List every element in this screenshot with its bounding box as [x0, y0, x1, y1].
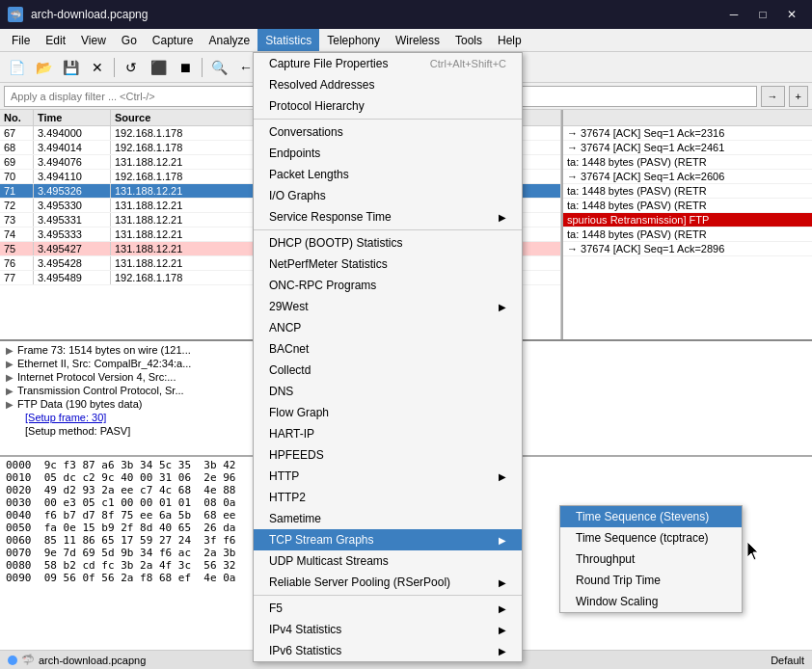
submenu-round-trip-time[interactable]: Round Trip Time — [560, 570, 742, 591]
minimize-button[interactable]: ─ — [721, 5, 746, 24]
app-icon: 🦈 — [8, 7, 23, 22]
maximize-button[interactable]: □ — [750, 5, 775, 24]
menu-ancp[interactable]: ANCP — [254, 317, 522, 338]
menu-ipv6-stats[interactable]: IPv6 Statistics ▶ — [254, 640, 522, 661]
filter-add-button[interactable]: + — [789, 86, 808, 107]
status-icon-shark: 🦈 — [21, 654, 35, 666]
right-panel-row: spurious Retransmission] FTP — [563, 213, 812, 227]
right-panel-header — [563, 110, 812, 126]
toolbar-open[interactable]: 📂 — [31, 55, 56, 80]
menu-collectd[interactable]: Collectd — [254, 360, 522, 381]
menu-netperfmeter[interactable]: NetPerfMeter Statistics — [254, 254, 522, 275]
title-bar-controls: ─ □ ✕ — [721, 5, 804, 24]
menu-ipv4-stats[interactable]: IPv4 Statistics ▶ — [254, 619, 522, 640]
tcp-stream-submenu: Time Sequence (Stevens) Time Sequence (t… — [559, 505, 743, 613]
menu-analyze[interactable]: Analyze — [202, 29, 258, 51]
toolbar-save[interactable]: 💾 — [58, 55, 83, 80]
menu-io-graphs[interactable]: I/O Graphs — [254, 185, 522, 206]
close-button[interactable]: ✕ — [779, 5, 804, 24]
menu-f5[interactable]: F5 ▶ — [254, 598, 522, 619]
status-profile: Default — [771, 655, 804, 666]
right-panel-row: ta: 1448 bytes (PASV) (RETR — [563, 155, 812, 170]
toolbar-sep-2 — [202, 58, 203, 77]
menu-sametime[interactable]: Sametime — [254, 508, 522, 529]
menu-tools[interactable]: Tools — [447, 29, 490, 51]
col-header-time: Time — [34, 110, 111, 125]
menu-tcp-stream-graphs[interactable]: TCP Stream Graphs ▶ — [254, 529, 522, 550]
menu-view[interactable]: View — [73, 29, 114, 51]
menu-sep-1 — [254, 119, 522, 120]
menu-bacnet[interactable]: BACnet — [254, 338, 522, 360]
menu-packet-lengths[interactable]: Packet Lengths — [254, 164, 522, 185]
menu-sep-2 — [254, 229, 522, 230]
menu-sep-3 — [254, 595, 522, 596]
menu-endpoints[interactable]: Endpoints — [254, 143, 522, 164]
menu-service-response-time[interactable]: Service Response Time ▶ — [254, 206, 522, 227]
toolbar-close[interactable]: ✕ — [85, 55, 110, 80]
right-panel-row: ta: 1448 bytes (PASV) (RETR — [563, 184, 812, 199]
menu-flow-graph[interactable]: Flow Graph — [254, 402, 522, 423]
statistics-menu: Capture File Properties Ctrl+Alt+Shift+C… — [253, 52, 523, 662]
menu-resolved-addresses[interactable]: Resolved Addresses — [254, 74, 522, 95]
submenu-window-scaling[interactable]: Window Scaling — [560, 591, 742, 612]
menu-dhcp[interactable]: DHCP (BOOTP) Statistics — [254, 232, 522, 254]
right-panel: → 37674 [ACK] Seq=1 Ack=2316→ 37674 [ACK… — [561, 110, 812, 339]
menu-capture-file-props[interactable]: Capture File Properties Ctrl+Alt+Shift+C — [254, 53, 522, 74]
right-panel-rows: → 37674 [ACK] Seq=1 Ack=2316→ 37674 [ACK… — [563, 126, 812, 256]
filter-apply-button[interactable]: → — [761, 86, 785, 107]
submenu-time-seq-stevens[interactable]: Time Sequence (Stevens) — [560, 506, 742, 527]
menu-telephony[interactable]: Telephony — [319, 29, 388, 51]
menu-help[interactable]: Help — [490, 29, 529, 51]
submenu-throughput[interactable]: Throughput — [560, 549, 742, 570]
menu-rserpool[interactable]: Reliable Server Pooling (RSerPool) ▶ — [254, 572, 522, 593]
menu-go[interactable]: Go — [114, 29, 145, 51]
submenu-time-seq-tcptrace[interactable]: Time Sequence (tcptrace) — [560, 527, 742, 549]
menu-udp-multicast[interactable]: UDP Multicast Streams — [254, 550, 522, 572]
menu-onc-rpc[interactable]: ONC-RPC Programs — [254, 275, 522, 296]
menu-capture[interactable]: Capture — [145, 29, 202, 51]
menu-hpfeeds[interactable]: HPFEEDS — [254, 444, 522, 466]
right-panel-row: ta: 1448 bytes (PASV) (RETR — [563, 227, 812, 242]
status-file: 🦈 arch-download.pcapng — [8, 654, 146, 666]
menu-edit[interactable]: Edit — [38, 29, 73, 51]
menu-http[interactable]: HTTP ▶ — [254, 466, 522, 487]
right-panel-row: → 37674 [ACK] Seq=1 Ack=2606 — [563, 170, 812, 184]
toolbar-sep-1 — [114, 58, 115, 77]
title-bar: 🦈 arch-download.pcapng ─ □ ✕ — [0, 0, 812, 29]
menu-dns[interactable]: DNS — [254, 381, 522, 402]
menu-file[interactable]: File — [4, 29, 38, 51]
menu-hart-ip[interactable]: HART-IP — [254, 423, 522, 444]
menu-protocol-hierarchy[interactable]: Protocol Hierarchy — [254, 95, 522, 117]
toolbar-search[interactable]: 🔍 — [206, 55, 231, 80]
menu-statistics[interactable]: Statistics — [257, 29, 319, 51]
right-panel-row: → 37674 [ACK] Seq=1 Ack=2461 — [563, 141, 812, 155]
menu-bar: File Edit View Go Capture Analyze Statis… — [0, 29, 812, 52]
menu-conversations[interactable]: Conversations — [254, 121, 522, 143]
window-title: arch-download.pcapng — [31, 8, 148, 21]
col-header-no: No. — [0, 110, 34, 125]
right-panel-row: ta: 1448 bytes (PASV) (RETR — [563, 199, 812, 213]
menu-29west[interactable]: 29West ▶ — [254, 296, 522, 317]
status-filename: arch-download.pcapng — [39, 655, 146, 666]
toolbar-capture[interactable]: ⬛ — [146, 55, 171, 80]
menu-wireless[interactable]: Wireless — [388, 29, 447, 51]
title-bar-left: 🦈 arch-download.pcapng — [8, 7, 148, 22]
toolbar-stop[interactable]: ⏹ — [173, 55, 198, 80]
toolbar-reload[interactable]: ↺ — [119, 55, 144, 80]
status-dot — [8, 656, 17, 665]
toolbar-new[interactable]: 📄 — [4, 55, 29, 80]
right-panel-row: → 37674 [ACK] Seq=1 Ack=2896 — [563, 242, 812, 256]
right-panel-row: → 37674 [ACK] Seq=1 Ack=2316 — [563, 126, 812, 141]
menu-http2[interactable]: HTTP2 — [254, 487, 522, 508]
